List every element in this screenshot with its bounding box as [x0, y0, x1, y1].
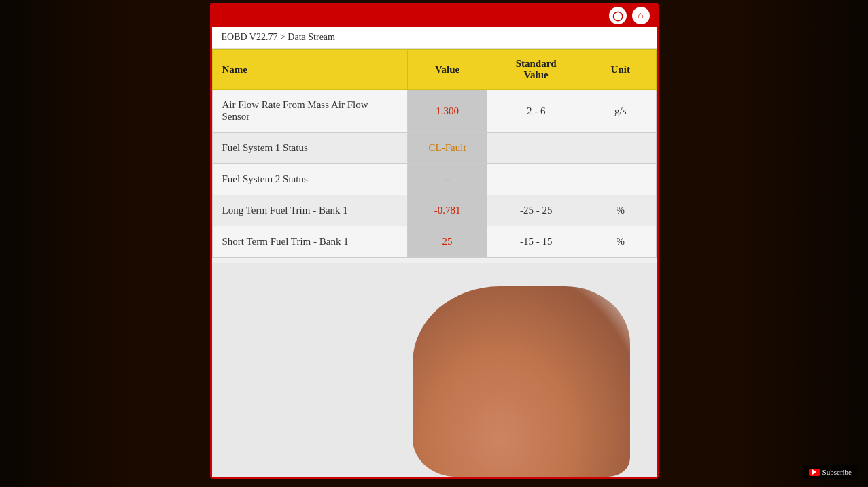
- top-bar: ◯ ⌂: [212, 5, 657, 27]
- row-standard-2: [487, 164, 585, 195]
- row-unit-4: %: [585, 226, 657, 258]
- row-name-0: Air Flow Rate From Mass Air Flow Sensor: [212, 90, 407, 133]
- col-header-unit: Unit: [585, 50, 657, 90]
- row-name-1: Fuel System 1 Status: [212, 133, 407, 164]
- table-row: Fuel System 1 StatusCL-Fault: [212, 133, 656, 164]
- row-standard-4: -15 - 15: [487, 226, 585, 258]
- breadcrumb: EOBD V22.77 > Data Stream: [212, 27, 657, 49]
- menu-icon[interactable]: ⌂: [632, 7, 650, 24]
- col-header-standard: StandardValue: [487, 50, 585, 90]
- row-value-2: --: [407, 164, 487, 195]
- col-header-name: Name: [212, 50, 407, 90]
- hand-overlay: [413, 286, 630, 477]
- data-table-container: Name Value StandardValue Unit Air Flow R…: [212, 49, 657, 263]
- row-value-3: -0.781: [407, 195, 487, 226]
- youtube-label: Subscribe: [822, 468, 852, 476]
- table-row: Short Term Fuel Trim - Bank 125-15 - 15%: [212, 226, 656, 258]
- row-value-0: 1.300: [407, 90, 487, 133]
- row-standard-3: -25 - 25: [487, 195, 585, 226]
- empty-area: [212, 263, 657, 477]
- row-name-4: Short Term Fuel Trim - Bank 1: [212, 226, 407, 258]
- youtube-badge: Subscribe: [803, 465, 857, 479]
- data-stream-table: Name Value StandardValue Unit Air Flow R…: [212, 49, 657, 258]
- row-standard-0: 2 - 6: [487, 90, 585, 133]
- table-row: Long Term Fuel Trim - Bank 1-0.781-25 - …: [212, 195, 656, 226]
- table-row: Fuel System 2 Status--: [212, 164, 656, 195]
- row-value-4: 25: [407, 226, 487, 258]
- table-row: Air Flow Rate From Mass Air Flow Sensor1…: [212, 90, 656, 133]
- row-unit-2: [585, 164, 657, 195]
- row-unit-1: [585, 133, 657, 164]
- row-standard-1: [487, 133, 585, 164]
- row-name-3: Long Term Fuel Trim - Bank 1: [212, 195, 407, 226]
- row-value-1: CL-Fault: [407, 133, 487, 164]
- youtube-icon: [809, 469, 820, 476]
- table-body: Air Flow Rate From Mass Air Flow Sensor1…: [212, 90, 656, 258]
- col-header-value: Value: [407, 50, 487, 90]
- home-icon[interactable]: ◯: [609, 7, 627, 24]
- row-unit-3: %: [585, 195, 657, 226]
- table-header-row: Name Value StandardValue Unit: [212, 50, 656, 90]
- row-name-2: Fuel System 2 Status: [212, 164, 407, 195]
- screen: ◯ ⌂ EOBD V22.77 > Data Stream Name Value…: [210, 3, 659, 479]
- breadcrumb-text: EOBD V22.77 > Data Stream: [222, 32, 335, 42]
- row-unit-0: g/s: [585, 90, 657, 133]
